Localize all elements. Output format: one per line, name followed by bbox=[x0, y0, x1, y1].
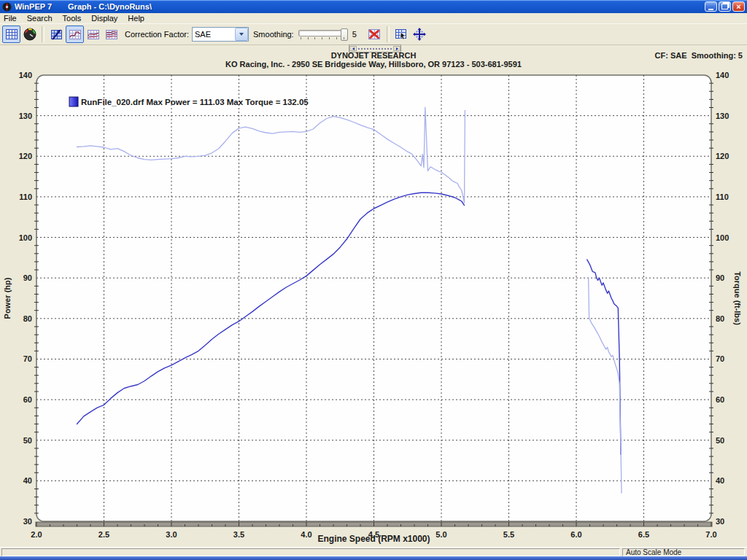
window-bottom-border bbox=[0, 556, 747, 560]
status-bar: Auto Scale Mode bbox=[0, 547, 747, 557]
menu-file[interactable]: File bbox=[0, 13, 22, 23]
compare-graphs-icon bbox=[86, 27, 101, 42]
y-tick-label-right: 140 bbox=[716, 71, 729, 79]
dyno-chart[interactable]: 3030404050506060707080809090100100110110… bbox=[0, 44, 747, 545]
smoothing-value: 5 bbox=[352, 30, 357, 39]
compare-graphs-button[interactable] bbox=[84, 26, 102, 43]
y-tick-label-right: 130 bbox=[716, 112, 729, 120]
view-graph-icon bbox=[68, 27, 82, 42]
y-tick-label-right: 100 bbox=[716, 233, 729, 242]
y-tick-label-left: 60 bbox=[23, 395, 32, 404]
y-tick-label-right: 120 bbox=[716, 152, 729, 160]
menu-display[interactable]: Display bbox=[86, 13, 123, 23]
legend-text: RunFile_020.drf Max Power = 111.03 Max T… bbox=[81, 98, 309, 106]
close-icon: × bbox=[736, 2, 740, 11]
winpep-window: WinPEP 7 Graph - C:\DynoRuns\ × File Sea… bbox=[0, 0, 747, 560]
multi-graphs-button[interactable] bbox=[102, 26, 120, 43]
x-tick-label: 2.0 bbox=[31, 530, 42, 539]
y-tick-label-right: 30 bbox=[716, 517, 724, 526]
close-button[interactable]: × bbox=[732, 1, 745, 12]
y-tick-label-left: 50 bbox=[23, 436, 32, 445]
x-tick-label: 6.0 bbox=[570, 530, 581, 539]
window-title-document: Graph - C:\DynoRuns\ bbox=[68, 2, 152, 11]
y-tick-label-left: 120 bbox=[19, 152, 32, 160]
y-tick-label-right: 40 bbox=[716, 476, 724, 485]
data-grid-icon bbox=[4, 27, 19, 42]
x-tick-label: 5.0 bbox=[436, 530, 446, 539]
dropdown-button[interactable] bbox=[235, 28, 248, 41]
title-bar: WinPEP 7 Graph - C:\DynoRuns\ × bbox=[0, 0, 747, 13]
x-tick-label: 3.5 bbox=[233, 530, 244, 539]
correction-factor-dropdown[interactable]: SAE bbox=[192, 27, 249, 42]
minimize-button[interactable] bbox=[705, 1, 717, 12]
y-tick-label-left: 100 bbox=[19, 233, 32, 242]
new-graph-button[interactable] bbox=[47, 26, 66, 43]
restore-icon bbox=[721, 4, 728, 9]
app-icon bbox=[2, 2, 12, 12]
y-axis-title-right: Torque (ft-lbs) bbox=[733, 271, 742, 325]
restore-button[interactable] bbox=[719, 1, 731, 12]
toolbar-separator bbox=[387, 26, 390, 42]
toolbar-separator bbox=[42, 26, 44, 42]
pick-run-icon bbox=[394, 27, 409, 42]
gauge-icon bbox=[23, 27, 37, 42]
y-tick-label-left: 80 bbox=[23, 314, 32, 323]
delete-run-button[interactable] bbox=[365, 26, 384, 43]
y-tick-label-right: 80 bbox=[716, 314, 724, 323]
data-grid-button[interactable] bbox=[2, 26, 20, 43]
x-axis-title: Engine Speed (RPM x1000) bbox=[317, 534, 430, 544]
correction-factor-label: Correction Factor: bbox=[125, 30, 189, 39]
status-panel-left bbox=[1, 548, 620, 556]
y-tick-label-left: 90 bbox=[23, 273, 32, 282]
y-tick-label-right: 110 bbox=[716, 192, 729, 201]
y-tick-label-right: 60 bbox=[716, 395, 724, 404]
y-tick-label-right: 50 bbox=[716, 436, 724, 445]
legend-swatch bbox=[69, 97, 78, 106]
move-axes-button[interactable] bbox=[411, 26, 429, 43]
x-tick-label: 3.0 bbox=[166, 530, 177, 539]
y-tick-label-left: 110 bbox=[19, 192, 32, 201]
auto-scale-mode-label: Auto Scale Mode bbox=[626, 548, 681, 556]
smoothing-slider[interactable] bbox=[298, 27, 348, 42]
multi-graphs-icon bbox=[104, 27, 119, 42]
x-tick-label: 2.5 bbox=[98, 530, 109, 539]
menu-bar: File Search Tools Display Help bbox=[0, 13, 747, 23]
pick-run-button[interactable] bbox=[392, 26, 411, 43]
y-tick-label-left: 130 bbox=[19, 112, 32, 120]
y-tick-label-left: 40 bbox=[23, 476, 32, 485]
new-graph-icon bbox=[50, 27, 64, 42]
menu-tools[interactable]: Tools bbox=[58, 13, 87, 23]
status-panel-mode: Auto Scale Mode bbox=[622, 548, 745, 556]
y-tick-label-left: 30 bbox=[23, 517, 32, 526]
slider-ticks bbox=[301, 37, 344, 39]
window-title-app: WinPEP 7 bbox=[15, 2, 52, 11]
delete-run-icon bbox=[367, 27, 382, 42]
correction-factor-value: SAE bbox=[193, 30, 235, 39]
gauge-button[interactable] bbox=[20, 26, 39, 43]
move-axes-icon bbox=[412, 27, 427, 42]
x-tick-label: 5.5 bbox=[503, 530, 514, 539]
x-tick-label: 6.5 bbox=[638, 530, 649, 539]
y-tick-label-right: 90 bbox=[716, 273, 724, 282]
view-graph-button[interactable] bbox=[66, 26, 84, 43]
chevron-down-icon bbox=[239, 33, 244, 36]
y-tick-label-left: 70 bbox=[23, 354, 32, 363]
toolbar: Correction Factor: SAE Smoothing: 5 bbox=[0, 23, 747, 45]
y-tick-label-left: 140 bbox=[19, 71, 32, 79]
menu-search[interactable]: Search bbox=[22, 13, 58, 23]
y-tick-label-right: 70 bbox=[716, 354, 724, 363]
y-axis-title-left: Power (hp) bbox=[3, 277, 12, 319]
smoothing-label: Smoothing: bbox=[253, 30, 294, 39]
x-tick-label: 7.0 bbox=[705, 530, 716, 539]
minimize-icon bbox=[708, 9, 713, 10]
menu-help[interactable]: Help bbox=[123, 13, 150, 23]
x-tick-label: 4.0 bbox=[301, 530, 311, 539]
